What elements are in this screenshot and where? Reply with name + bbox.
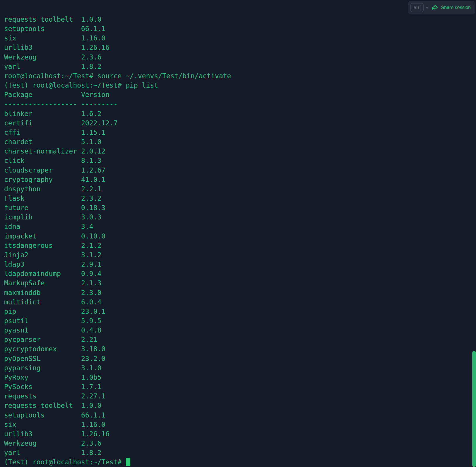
terminal-line: cffi 1.15.1 (4, 128, 231, 137)
terminal-line: Jinja2 3.1.2 (4, 250, 231, 260)
terminal-line: Package Version (4, 90, 231, 99)
text-caret (420, 5, 420, 11)
share-session-widget: au Share session (408, 1, 475, 14)
terminal-line: requests-toolbelt 1.0.0 (4, 15, 231, 24)
terminal-line: pip 23.0.1 (4, 307, 231, 316)
terminal-line: psutil 5.9.5 (4, 316, 231, 325)
terminal-line: cloudscraper 1.2.67 (4, 166, 231, 175)
terminal-line: maxminddb 2.3.0 (4, 288, 231, 297)
terminal-line: charset-normalizer 2.0.12 (4, 146, 231, 156)
terminal-line: urllib3 1.26.16 (4, 429, 231, 439)
terminal-line: dnspython 2.2.1 (4, 184, 231, 194)
terminal-prompt-line[interactable]: (Test) root@localhost:~/Test# (4, 457, 231, 467)
terminal-line: MarkupSafe 2.1.3 (4, 278, 231, 288)
terminal-line: cryptography 41.0.1 (4, 175, 231, 184)
terminal-line: blinker 1.6.2 (4, 109, 231, 118)
terminal-line: (Test) root@localhost:~/Test# pip list (4, 81, 231, 90)
terminal-line: requests 2.27.1 (4, 391, 231, 401)
terminal-line: Werkzeug 2.3.6 (4, 52, 231, 62)
terminal-line: pycryptodomex 3.18.0 (4, 344, 231, 354)
terminal-line: pycparser 2.21 (4, 335, 231, 344)
terminal-line: chardet 5.1.0 (4, 137, 231, 146)
terminal-line: Werkzeug 2.3.6 (4, 439, 231, 448)
terminal-line: six 1.16.0 (4, 33, 231, 43)
scrollbar-thumb[interactable] (472, 351, 476, 467)
terminal-line: urllib3 1.26.16 (4, 43, 231, 52)
terminal-line: PyRoxy 1.0b5 (4, 373, 231, 382)
terminal-line: yarl 1.8.2 (4, 62, 231, 71)
terminal-line: pyparsing 3.1.0 (4, 363, 231, 373)
terminal: requests-toolbelt 1.0.0setuptools 66.1.1… (4, 0, 231, 467)
terminal-line: pyasn1 0.4.8 (4, 325, 231, 335)
session-input-value: au (414, 5, 419, 11)
share-arrow-icon (431, 4, 439, 11)
terminal-line: six 1.16.0 (4, 420, 231, 429)
terminal-line: pyOpenSSL 23.2.0 (4, 354, 231, 363)
terminal-line: future 0.18.3 (4, 203, 231, 212)
terminal-line: PySocks 1.7.1 (4, 382, 231, 391)
terminal-line: setuptools 66.1.1 (4, 410, 231, 420)
terminal-line: icmplib 3.0.3 (4, 212, 231, 222)
terminal-line: ldapdomaindump 0.9.4 (4, 269, 231, 278)
terminal-line: yarl 1.8.2 (4, 448, 231, 457)
terminal-line: ldap3 2.9.1 (4, 260, 231, 269)
terminal-line: multidict 6.0.4 (4, 297, 231, 307)
terminal-line: ------------------ --------- (4, 99, 231, 109)
terminal-line: setuptools 66.1.1 (4, 24, 231, 33)
terminal-line: root@localhost:~/Test# source ~/.venvs/T… (4, 71, 231, 81)
separator-dot (426, 7, 428, 8)
terminal-line: itsdangerous 2.1.2 (4, 241, 231, 250)
terminal-line: certifi 2022.12.7 (4, 118, 231, 128)
session-name-input[interactable]: au (410, 3, 424, 12)
share-session-label: Share session (441, 5, 471, 10)
terminal-cursor (126, 458, 130, 466)
terminal-line: click 8.1.3 (4, 156, 231, 165)
terminal-line: idna 3.4 (4, 222, 231, 231)
terminal-line: requests-toolbelt 1.0.0 (4, 401, 231, 410)
terminal-line: impacket 0.10.0 (4, 231, 231, 241)
share-session-button[interactable]: Share session (431, 4, 471, 11)
terminal-prompt: (Test) root@localhost:~/Test# (4, 458, 126, 466)
terminal-line: Flask 2.3.2 (4, 194, 231, 203)
